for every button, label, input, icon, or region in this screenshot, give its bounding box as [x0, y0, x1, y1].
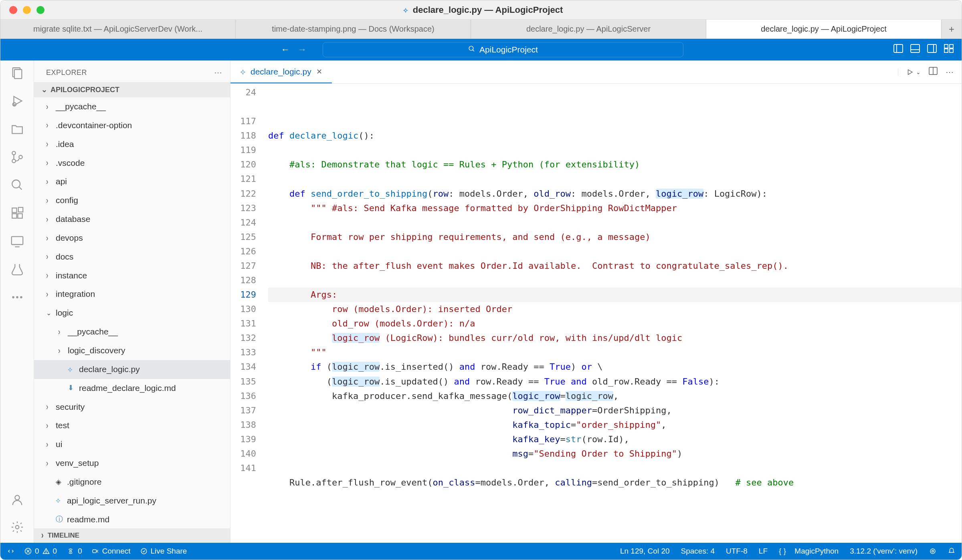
close-window-button[interactable] — [9, 6, 17, 14]
tree-item--gitignore[interactable]: ◈.gitignore — [34, 473, 230, 492]
explorer-activity-icon[interactable] — [10, 65, 25, 81]
tree-item-docs[interactable]: docs — [34, 248, 230, 266]
line-number: 138 — [230, 418, 256, 432]
tree-item-security[interactable]: security — [34, 398, 230, 417]
tree-item-label: ui — [56, 437, 62, 452]
extensions-activity-icon[interactable] — [10, 205, 25, 221]
window-tab-0[interactable]: migrate sqlite.txt — ApiLogicServerDev (… — [0, 20, 236, 38]
tree-item--idea[interactable]: .idea — [34, 135, 230, 154]
run-debug-activity-icon[interactable] — [10, 93, 25, 109]
tree-item-database[interactable]: database — [34, 210, 230, 229]
tree-item-venv-setup[interactable]: venv_setup — [34, 454, 230, 473]
window-tab-3[interactable]: declare_logic.py — ApiLogicProject — [706, 20, 942, 38]
tree-item-ui[interactable]: ui — [34, 435, 230, 454]
folder-activity-icon[interactable] — [10, 121, 25, 137]
tree-item-logic-discovery[interactable]: logic_discovery — [34, 341, 230, 360]
tree-item-config[interactable]: config — [34, 191, 230, 210]
tree-item-api-logic-server-run-py[interactable]: ⟡api_logic_server_run.py — [34, 492, 230, 510]
customize-layout-icon[interactable] — [944, 44, 954, 55]
line-number: 118 — [230, 129, 256, 143]
editor-body[interactable]: 24 1171181191201211221231241251261271281… — [230, 84, 962, 543]
svg-rect-24 — [18, 207, 22, 212]
tree-item--vscode[interactable]: .vscode — [34, 154, 230, 173]
connect-indicator[interactable]: Connect — [92, 547, 131, 556]
line-number: 141 — [230, 461, 256, 475]
toggle-secondary-icon[interactable] — [927, 44, 937, 55]
timeline-label: TIMELINE — [48, 532, 79, 540]
tree-item-readme-declare-logic-md[interactable]: ⬇readme_declare_logic.md — [34, 379, 230, 398]
problems-indicator[interactable]: 0 0 — [24, 547, 57, 556]
remote-activity-icon[interactable] — [10, 234, 25, 249]
close-tab-icon[interactable]: ✕ — [316, 67, 322, 76]
tree-item--devcontainer-option[interactable]: .devcontainer-option — [34, 116, 230, 135]
nav-forward-button[interactable]: → — [298, 44, 307, 55]
toggle-panel-icon[interactable] — [910, 44, 920, 55]
code-content[interactable]: def declare_logic(): #als: Demonstrate t… — [268, 84, 962, 543]
feedback-icon[interactable] — [929, 548, 937, 555]
line-number: 128 — [230, 273, 256, 288]
line-number: 135 — [230, 375, 256, 389]
editor-tab[interactable]: ⟡ declare_logic.py ✕ — [230, 60, 332, 83]
accounts-icon[interactable] — [10, 492, 25, 508]
search-activity-icon[interactable] — [10, 177, 25, 193]
window-controls — [0, 6, 44, 14]
window-tab-label: declare_logic.py — ApiLogicServer — [526, 24, 651, 34]
line-number-gutter: 24 1171181191201211221231241251261271281… — [230, 84, 268, 543]
editor-more-icon[interactable]: ⋯ — [946, 67, 954, 77]
tree-item-label: devops — [56, 230, 83, 246]
project-header[interactable]: APILOGICPROJECT — [34, 82, 230, 97]
command-center-search[interactable]: ApiLogicProject — [323, 42, 683, 57]
chevron-down-icon: ⌄ — [916, 69, 921, 75]
window-tabs: migrate sqlite.txt — ApiLogicServerDev (… — [0, 20, 962, 39]
editor-tabs: ⟡ declare_logic.py ✕ ⌄ ⋯ — [230, 60, 962, 84]
tree-item-api[interactable]: api — [34, 172, 230, 191]
notifications-icon[interactable] — [948, 548, 955, 555]
tree-item-instance[interactable]: instance — [34, 266, 230, 285]
nav-back-button[interactable]: ← — [281, 44, 290, 55]
tree-item-readme-md[interactable]: ⓘreadme.md — [34, 510, 230, 528]
tree-item-logic[interactable]: logic — [34, 304, 230, 322]
line-number: 127 — [230, 259, 256, 273]
tree-item-declare-logic-py[interactable]: ⟡declare_logic.py — [34, 360, 230, 379]
tree-item---pycache--[interactable]: __pycache__ — [34, 322, 230, 341]
tree-item-label: api_logic_server_run.py — [67, 493, 156, 509]
window-tab-2[interactable]: declare_logic.py — ApiLogicServer — [471, 20, 706, 38]
minimize-window-button[interactable] — [23, 6, 31, 14]
run-button[interactable]: ⌄ — [898, 68, 921, 76]
tree-item-devops[interactable]: devops — [34, 229, 230, 248]
explorer-more-icon[interactable]: ⋯ — [214, 68, 222, 77]
testing-activity-icon[interactable] — [10, 262, 25, 277]
indentation-indicator[interactable]: Spaces: 4 — [681, 547, 715, 556]
tree-item-test[interactable]: test — [34, 416, 230, 435]
remote-indicator[interactable] — [7, 548, 15, 555]
editor-tab-label: declare_logic.py — [251, 67, 311, 77]
encoding-indicator[interactable]: UTF-8 — [726, 547, 748, 556]
svg-point-30 — [15, 496, 19, 500]
svg-rect-4 — [911, 44, 920, 52]
svg-line-1 — [473, 50, 474, 51]
python-interpreter[interactable]: 3.12.2 ('venv': venv) — [850, 547, 918, 556]
window-tab-1[interactable]: time-date-stamping.png — Docs (Workspace… — [236, 20, 471, 38]
live-share-indicator[interactable]: Live Share — [140, 547, 187, 556]
timeline-header[interactable]: TIMELINE — [34, 528, 230, 543]
more-activity-icon[interactable] — [10, 290, 25, 305]
toggle-sidebar-icon[interactable] — [893, 44, 903, 55]
cursor-position[interactable]: Ln 129, Col 20 — [620, 547, 670, 556]
tree-item-label: database — [56, 212, 90, 227]
editor-area: ⟡ declare_logic.py ✕ ⌄ ⋯ 24 117118119120… — [230, 60, 962, 543]
tree-item-label: .idea — [56, 137, 74, 152]
explorer-title: EXPLORER — [46, 68, 87, 77]
svg-rect-10 — [944, 49, 948, 52]
add-tab-button[interactable]: + — [942, 20, 962, 38]
ports-indicator[interactable]: 0 — [67, 547, 82, 556]
tree-item-integration[interactable]: integration — [34, 285, 230, 304]
split-editor-icon[interactable] — [929, 67, 938, 77]
language-mode[interactable]: { } MagicPython — [779, 547, 839, 556]
maximize-window-button[interactable] — [36, 6, 44, 14]
window-tab-label: time-date-stamping.png — Docs (Workspace… — [272, 24, 434, 34]
source-control-activity-icon[interactable] — [10, 149, 25, 165]
settings-gear-icon[interactable] — [10, 520, 25, 535]
line-number: 117 — [230, 114, 256, 129]
eol-indicator[interactable]: LF — [759, 547, 768, 556]
tree-item---pycache--[interactable]: __pycache__ — [34, 97, 230, 116]
